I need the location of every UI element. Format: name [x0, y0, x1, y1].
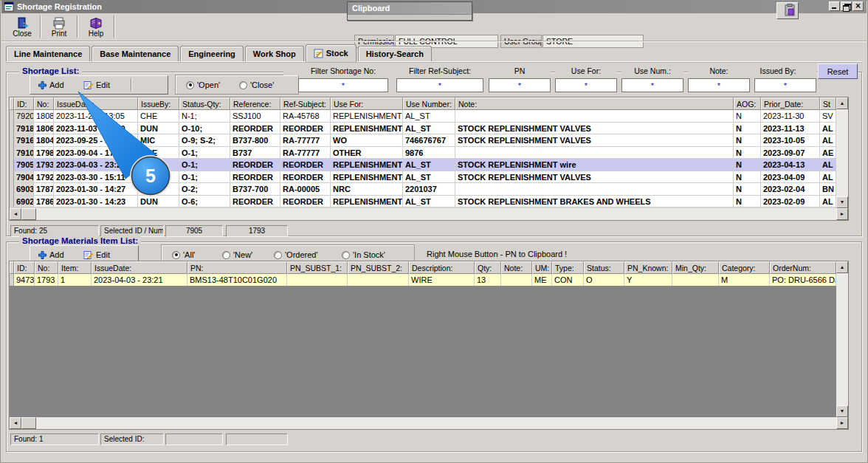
- horizontal-scrollbar[interactable]: [10, 208, 836, 220]
- cell-category: M: [719, 274, 770, 287]
- header-pn-known[interactable]: PN_Known:: [624, 261, 672, 274]
- scroll-track[interactable]: [36, 208, 836, 220]
- minimize-button[interactable]: [829, 1, 840, 11]
- filter-note-input[interactable]: [688, 78, 750, 92]
- radio-open[interactable]: 'Open': [186, 80, 220, 89]
- header-no[interactable]: No:: [34, 97, 54, 110]
- header-note[interactable]: Note:: [501, 261, 532, 274]
- table-row[interactable]: 6903 1787 2023-01-30 - 14:27 KAV O-2; B7…: [10, 183, 836, 196]
- tab-history-search[interactable]: History-Search: [358, 46, 432, 62]
- shortage-edit-label: Edit: [96, 80, 110, 89]
- header-type[interactable]: Type:: [552, 261, 584, 274]
- header-status[interactable]: Status:: [584, 261, 624, 274]
- header-note[interactable]: Note:: [455, 97, 734, 110]
- header-description[interactable]: Description:: [409, 261, 475, 274]
- header-id[interactable]: ID:: [14, 97, 34, 110]
- clipboard-floating-window[interactable]: Clipboard: [347, 1, 472, 21]
- header-no[interactable]: No:: [35, 261, 58, 274]
- tab-engineering[interactable]: Engineering: [180, 46, 244, 62]
- header-prior-date[interactable]: Prior_Date:: [761, 97, 820, 110]
- scroll-right-button[interactable]: [836, 417, 848, 429]
- radio-ordered[interactable]: 'Ordered': [274, 250, 318, 259]
- scroll-left-button[interactable]: [10, 417, 21, 429]
- header-reference[interactable]: Reference:: [230, 97, 280, 110]
- scroll-up-button[interactable]: [836, 261, 848, 273]
- scroll-right-button[interactable]: [836, 208, 848, 220]
- header-issueby[interactable]: IssueBy:: [138, 97, 179, 110]
- header-pn-subst-1[interactable]: PN_SUBST_1:: [287, 261, 348, 274]
- filter-use-num-input[interactable]: [621, 78, 683, 92]
- header-pn-subst-2[interactable]: PN_SUBST_2:: [348, 261, 409, 274]
- tab-base-maintenance[interactable]: Base Maintenance: [92, 46, 179, 62]
- header-issuedate[interactable]: IssueDate:: [54, 97, 138, 110]
- cell-ref-subject: RA-77777: [280, 134, 331, 147]
- scroll-track[interactable]: [836, 109, 848, 196]
- tab-line-maintenance[interactable]: Line Maintenance: [6, 46, 90, 62]
- table-row[interactable]: 7910 1798 2023-09-04 - 17:25 CHE O-1; B7…: [10, 147, 836, 160]
- exit-door-icon: [16, 17, 29, 30]
- shortage-edit-button[interactable]: Edit: [80, 78, 126, 92]
- header-category[interactable]: Category:: [719, 261, 770, 274]
- clipboard-tool-button[interactable]: [776, 2, 799, 19]
- header-um[interactable]: UM:: [532, 261, 552, 274]
- filter-use-for-input[interactable]: [555, 78, 617, 92]
- table-row-selected[interactable]: 7905 1793 2023-04-03 - 23:21 DUN O-1; RE…: [10, 159, 836, 171]
- scroll-left-button[interactable]: [10, 208, 21, 220]
- vertical-scrollbar[interactable]: [836, 261, 848, 429]
- materials-add-button[interactable]: Add: [35, 247, 78, 262]
- materials-row[interactable]: 9473 1793 1 2023-04-03 - 23:21 BMS13-48T…: [10, 274, 836, 287]
- header-qty[interactable]: Qty:: [475, 261, 501, 274]
- help-button[interactable]: Help: [81, 15, 111, 39]
- restore-button[interactable]: [841, 1, 852, 11]
- scroll-track[interactable]: [836, 273, 848, 405]
- table-row[interactable]: 7904 1792 2023-03-30 - 15:11 DUN O-1; RE…: [10, 171, 836, 184]
- header-status-qty[interactable]: Status-Qty:: [179, 97, 230, 110]
- reset-button[interactable]: Reset: [818, 64, 858, 79]
- vertical-scrollbar[interactable]: [836, 97, 848, 220]
- help-book-icon: [89, 17, 103, 30]
- scroll-down-button[interactable]: [836, 196, 848, 208]
- scroll-track[interactable]: [36, 417, 836, 429]
- scroll-thumb[interactable]: [21, 208, 36, 220]
- print-button[interactable]: Print: [44, 15, 74, 39]
- tab-stock[interactable]: Stock: [306, 44, 356, 62]
- filter-shortage-no-input[interactable]: [298, 78, 388, 92]
- table-row[interactable]: 7920 1808 2023-11-20 - 13:05 CHE N-1; SS…: [10, 110, 836, 123]
- header-id[interactable]: ID:: [14, 261, 35, 274]
- header-use-for[interactable]: Use For:: [331, 97, 403, 110]
- table-row[interactable]: 6902 1786 2023-01-30 - 14:23 DUN O-6; RE…: [10, 196, 836, 208]
- table-row[interactable]: 7918 1806 2023-11-03 - 17:30 DUN O-10; R…: [10, 123, 836, 135]
- close-button[interactable]: Close: [7, 15, 37, 39]
- filter-issued-by-input[interactable]: [754, 78, 816, 92]
- radio-close[interactable]: 'Close': [239, 80, 274, 89]
- cell-note: [455, 110, 734, 123]
- header-item[interactable]: Item:: [58, 261, 92, 274]
- table-row[interactable]: 7916 1804 2023-09-25 - 10:40 MIC O-9; S-…: [10, 134, 836, 147]
- scroll-thumb[interactable]: [21, 417, 36, 429]
- shortage-add-button[interactable]: Add: [35, 78, 78, 92]
- scroll-down-button[interactable]: [836, 405, 848, 417]
- header-ref-subject[interactable]: Ref-Subject:: [280, 97, 331, 110]
- radio-in-stock[interactable]: 'In Stock': [342, 250, 385, 259]
- header-min-qty[interactable]: Min_Qty:: [672, 261, 719, 274]
- header-aog[interactable]: AOG:: [734, 97, 761, 110]
- header-use-number[interactable]: Use Number:: [403, 97, 455, 110]
- cell-aog: N: [734, 110, 761, 123]
- cell-id: 9473: [14, 274, 35, 287]
- header-pn[interactable]: PN:: [187, 261, 287, 274]
- tab-work-shop[interactable]: Work Shop: [245, 46, 304, 62]
- filter-pn-input[interactable]: [489, 78, 551, 92]
- header-st[interactable]: St: [820, 97, 836, 110]
- cell-status-qty: O-6;: [179, 196, 230, 208]
- radio-all[interactable]: 'All': [172, 250, 195, 259]
- materials-edit-button[interactable]: Edit: [80, 247, 126, 262]
- radio-new[interactable]: 'New': [222, 250, 252, 259]
- horizontal-scrollbar[interactable]: [10, 417, 836, 429]
- close-window-button[interactable]: [852, 1, 864, 11]
- materials-selected-id-value: [165, 433, 223, 445]
- header-issuedate[interactable]: IssueDate:: [92, 261, 187, 274]
- header-ordernum[interactable]: OrderNum:: [770, 261, 836, 274]
- cell-use-number: AL_ST: [403, 123, 455, 135]
- filter-ref-subject-input[interactable]: [396, 78, 483, 92]
- scroll-up-button[interactable]: [836, 97, 848, 109]
